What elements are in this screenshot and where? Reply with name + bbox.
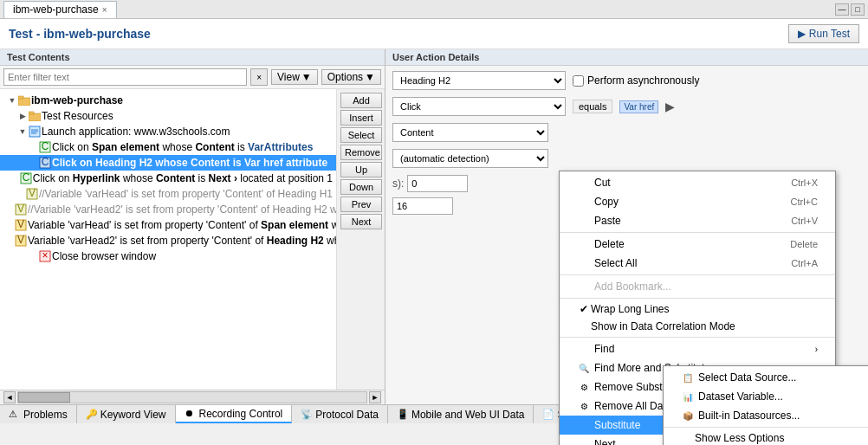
resources-label: Test Resources [42,109,333,123]
launch-label: Launch application: www.w3schools.com [42,125,333,139]
title-bar: Test - ibm-web-purchase ▶ Run Test [0,19,868,49]
value1-input[interactable] [407,175,468,192]
tab-close-icon[interactable]: × [102,5,107,15]
sub-menu-showless[interactable]: Show Less Options [664,429,868,445]
sub-menu-datasetvariable[interactable]: 📊 Dataset Variable... [664,387,868,406]
action-select[interactable]: Click [392,97,566,116]
menu-addbookmark[interactable]: Add Bookmark... [560,277,835,296]
filter-input[interactable] [3,68,247,86]
svg-text:V: V [29,188,36,199]
up-button[interactable]: Up [340,162,382,177]
autodetect-select[interactable]: (automatic detection) [392,149,548,168]
insert-button[interactable]: Insert [340,110,382,126]
menu-paste[interactable]: Paste Ctrl+V [560,211,835,230]
recording-icon: ⏺ [185,408,197,420]
sub-menu-selectds[interactable]: 📋 Select Data Source... [664,368,868,387]
scroll-indicator[interactable]: ▶ [665,100,675,113]
protocol-icon: 📡 [301,409,313,421]
minimize-btn[interactable]: — [835,3,849,16]
var-head-active-icon: V [14,218,28,232]
svg-text:V: V [17,203,24,215]
field-select[interactable]: Content [392,123,548,142]
view-button[interactable]: View ▼ [271,69,318,85]
findmore-icon: 🔍 [577,361,591,375]
root-folder-icon [17,94,31,107]
close-browser-label: Close browser window [52,249,333,263]
root-label: ibm-web-purchase [31,94,333,107]
test-tree: ▼ ibm-web-purchase ▶ Test Resources [0,89,336,390]
wrap-checkmark-icon: ✔ [577,303,591,315]
svg-text:V: V [17,235,24,246]
keyword-icon: 🔑 [86,409,98,421]
tab-ibm-web-purchase[interactable]: ibm-web-purchase × [3,1,117,18]
click-hyperlink-label: Click on Hyperlink whose Content is Next… [33,171,333,185]
next-icon [577,437,591,445]
tree-item-root[interactable]: ▼ ibm-web-purchase [0,93,336,108]
prev-button[interactable]: Prev [340,197,382,212]
expand-resources-icon[interactable]: ▶ [17,111,28,121]
status-tab-protocol[interactable]: 📡 Protocol Data [292,405,388,423]
script-icon: 📄 [542,409,554,421]
scroll-right-btn[interactable]: ► [369,391,381,403]
copy-icon [577,195,591,209]
filter-clear-button[interactable]: × [250,68,268,86]
var-head2-icon: V [14,203,28,216]
restore-btn[interactable]: □ [851,3,865,16]
menu-delete[interactable]: Delete Delete [560,235,835,254]
h-scrollbar-thumb[interactable] [18,392,70,403]
launch-page-icon [28,125,42,139]
tree-item-var-head[interactable]: V //Variable 'varHead' is set from prope… [0,186,336,202]
tree-item-var-head2-active[interactable]: V Variable 'varHead2' is set from proper… [0,233,336,248]
tree-item-launch[interactable]: ▼ Launch application: www.w3schools.com [0,124,336,139]
menu-selectall[interactable]: Select All Ctrl+A [560,254,835,273]
options-button[interactable]: Options ▼ [321,69,381,85]
run-test-button[interactable]: ▶ Run Test [788,24,859,43]
delete-icon [577,237,591,251]
equals-label: equals [573,100,612,113]
element-select[interactable]: Heading H2 [392,71,566,90]
async-checkbox[interactable] [573,75,584,87]
options-dropdown-icon: ▼ [365,71,375,83]
menu-find[interactable]: Find › [560,339,835,358]
status-tab-recording[interactable]: ⏺ Recording Control [176,405,293,423]
menu-copy[interactable]: Copy Ctrl+C [560,192,835,211]
menu-divider-4 [560,337,835,338]
svg-text:C: C [42,157,49,168]
menu-cut[interactable]: Cut Ctrl+X [560,173,835,192]
tree-item-var-head2[interactable]: V //Variable 'varHead2' is set from prop… [0,202,336,217]
tree-item-test-resources[interactable]: ▶ Test Resources [0,108,336,124]
svg-text:C: C [23,172,30,184]
sub-menu-divider-1 [664,427,868,428]
element-selector[interactable]: Heading H2 [392,71,566,90]
tree-item-click-hyperlink[interactable]: C Click on Hyperlink whose Content is Ne… [0,171,336,186]
expand-root-icon[interactable]: ▼ [7,95,17,106]
tree-item-click-span[interactable]: C Click on Span element whose Content is… [0,139,336,155]
tree-item-var-head-active[interactable]: V Variable 'varHead' is set from propert… [0,217,336,233]
h-scrollbar[interactable] [17,391,367,403]
expand-launch-icon[interactable]: ▼ [17,126,28,137]
status-tab-problems[interactable]: ⚠ Problems [0,405,77,423]
remove-button[interactable]: Remove [340,145,382,160]
find-icon [577,342,591,356]
builtindatasources-icon: 📦 [681,409,695,422]
svg-rect-2 [29,113,41,121]
find-arrow-icon: › [815,345,818,354]
value2-input[interactable] [392,197,453,215]
menu-wraplong[interactable]: ✔ Wrap Long Lines [560,300,835,318]
cut-icon [577,176,591,190]
add-button[interactable]: Add [340,93,382,108]
run-icon: ▶ [798,28,806,40]
svg-text:C: C [42,141,49,152]
down-button[interactable]: Down [340,179,382,195]
status-tab-keyword[interactable]: 🔑 Keyword View [77,405,176,423]
scroll-left-btn[interactable]: ◄ [3,391,16,403]
svg-rect-3 [29,112,34,114]
menu-showcorr[interactable]: Show in Data Correlation Mode [560,318,835,335]
sub-menu-builtindatasources[interactable]: 📦 Built-in Datasources... [664,406,868,425]
status-tab-mobile[interactable]: 📱 Mobile and Web UI Data [388,405,534,423]
resources-folder-icon [28,109,42,123]
next-button[interactable]: Next [340,214,382,229]
tree-item-close-browser[interactable]: × Close browser window [0,248,336,264]
select-button[interactable]: Select [340,127,382,143]
tree-item-click-heading[interactable]: C Click on Heading H2 whose Content is V… [0,155,336,171]
